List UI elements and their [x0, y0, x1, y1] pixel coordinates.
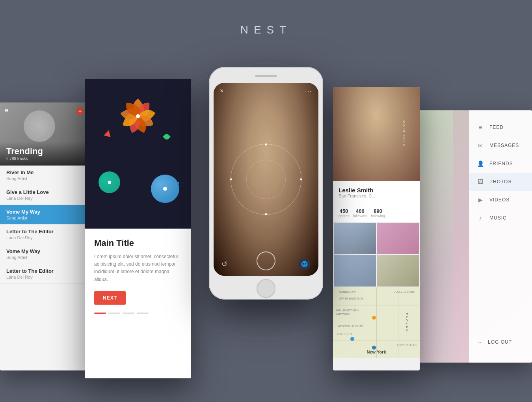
stat-label-photos: photos [339, 214, 349, 218]
music-item-artist: Song Artist [6, 255, 82, 260]
profile-info: Leslie Smith San Francisco, C... [333, 181, 420, 204]
next-button[interactable]: NEXT [94, 291, 126, 305]
stat-label-following: following [371, 214, 385, 218]
profile-face-area: MAIN INFO [333, 87, 420, 181]
music-item-artist: Lana Del Rey [6, 196, 82, 201]
social-background: ≡ FEED ✉ MESSAGES 👤 FRIENDS 🖼 PHOTOS ▶ [418, 110, 532, 363]
list-item-active[interactable]: Vome My Way Song Artist [0, 205, 89, 225]
phone-top-bar: × ··· [214, 83, 318, 99]
slide-indicator [137, 313, 149, 314]
music-item-title: Give a Little Love [6, 189, 82, 195]
list-item[interactable]: Give a Little Love Lana Del Rey [0, 185, 89, 205]
music-list: River in Me Song Artist Give a Little Lo… [0, 166, 89, 284]
profile-location: San Francisco, C... [339, 194, 414, 198]
list-item[interactable]: River in Me Song Artist [0, 166, 89, 185]
face-dot-right [300, 179, 302, 181]
more-icon[interactable]: ··· [305, 88, 312, 94]
profile-stats: 450 photos 406 followers 890 following [333, 204, 420, 222]
friends-icon: 👤 [477, 160, 484, 167]
profile-map: MANHATTAN UPPER EAST SIDE HELLIS KITCHEN… [333, 287, 420, 358]
profile-photo-2 [377, 223, 419, 254]
sidebar-item-videos[interactable]: ▶ VIDEOS [469, 191, 532, 209]
logout-label: LOG OUT [488, 339, 512, 345]
profile-photos-grid [333, 222, 420, 287]
face-dot-bottom [265, 213, 267, 215]
menu-icon[interactable]: ≡ [5, 107, 8, 114]
face-dot-left [230, 179, 232, 181]
phone-home-button[interactable] [257, 279, 275, 298]
map-pin-blue [350, 337, 354, 341]
profile-photo-1 [334, 223, 376, 254]
sidebar-item-feed[interactable]: ≡ FEED [469, 118, 532, 136]
social-menu: ≡ FEED ✉ MESSAGES 👤 FRIENDS 🖼 PHOTOS ▶ [469, 110, 532, 363]
pres-top [85, 79, 191, 229]
map-label-manhattan: MANHATTAN [339, 290, 356, 293]
inner-circle [246, 160, 286, 199]
presentation-screen: Main Title Lorem ipsum dolor sit amet, c… [85, 79, 191, 378]
music-item-artist: Lana Del Rey [6, 235, 82, 240]
pinwheel-decoration [116, 95, 160, 140]
sidebar-item-friends[interactable]: 👤 FRIENDS [469, 154, 532, 173]
globe-icon[interactable]: 🌐 [298, 258, 311, 270]
logout-button[interactable]: → LOG OUT [469, 333, 520, 351]
phone-speaker [255, 75, 277, 77]
music-item-title: Letter to The Editor [6, 229, 82, 234]
stat-num-followers: 406 [353, 208, 367, 214]
capture-button[interactable] [257, 251, 275, 270]
sidebar-item-music[interactable]: ♪ MUSIC [469, 209, 532, 227]
blue-circle-decoration [151, 175, 179, 203]
music-item-artist: Song Artist [6, 216, 82, 220]
photos-label: PHOTOS [489, 179, 512, 184]
refresh-icon[interactable]: ↺ [221, 260, 227, 268]
music-item-title: Vome My Way [6, 209, 82, 215]
stat-photos: 450 photos [339, 208, 349, 218]
pres-bottom: Main Title Lorem ipsum dolor sit amet, c… [85, 229, 191, 378]
music-header: ≡ + Trending 6,789 tracks [0, 102, 89, 166]
photos-icon: 🖼 [477, 178, 484, 185]
face-photo [214, 83, 318, 276]
crescent-decoration [177, 182, 182, 187]
map-label-forest: FOREST HILLS [397, 344, 417, 346]
phone-screen: × ··· ↺ 🌐 [214, 83, 318, 276]
slide-indicators [94, 313, 182, 314]
close-icon[interactable]: × [220, 87, 223, 95]
profile-photo-3 [334, 255, 376, 287]
map-label-east-side: UPPER EAST SIDE [339, 297, 364, 300]
leaf-decoration [163, 133, 171, 141]
center-phone: × ··· ↺ 🌐 [209, 67, 323, 300]
music-item-title: Letter to The Editor [6, 268, 82, 274]
trending-label: Trending [6, 146, 82, 156]
music-item-title: Vome My Way [6, 248, 82, 254]
stat-num-following: 890 [371, 208, 385, 214]
list-item[interactable]: Letter to The Editor Lana Del Rey [0, 225, 89, 244]
map-pin-blue2 [372, 346, 376, 350]
music-header-overlay: Trending 6,789 tracks [0, 141, 89, 166]
svg-point-0 [136, 114, 140, 118]
screens-container: ≡ + Trending 6,789 tracks River in Me So… [0, 55, 532, 402]
map-label-college: COLLEGE POINT [394, 290, 416, 293]
profile-screen: MAIN INFO Leslie Smith San Francisco, C.… [333, 87, 420, 370]
face-dot-top [265, 143, 267, 145]
map-pin-orange [372, 316, 376, 320]
music-label: MUSIC [489, 215, 507, 221]
add-icon[interactable]: + [76, 107, 84, 115]
slide-indicator [94, 313, 106, 314]
messages-label: MESSAGES [489, 143, 519, 148]
list-item[interactable]: Letter to The Editor Lana Del Rey [0, 264, 89, 284]
feed-icon: ≡ [477, 124, 484, 131]
cyan-circle-decoration [99, 171, 120, 193]
trending-sub: 6,789 tracks [6, 156, 82, 161]
pres-body-text: Lorem ipsum dolor sit amet, consectetur … [94, 253, 182, 283]
social-screen: ≡ FEED ✉ MESSAGES 👤 FRIENDS 🖼 PHOTOS ▶ [418, 110, 532, 363]
map-label-jackson: JACKSON HEIGHTS [337, 325, 363, 328]
stat-following: 890 following [371, 208, 385, 218]
list-item[interactable]: Vome My Way Song Artist [0, 244, 89, 264]
music-item-artist: Song Artist [6, 176, 82, 181]
phone-outer: × ··· ↺ 🌐 [209, 67, 323, 300]
sidebar-item-messages[interactable]: ✉ MESSAGES [469, 136, 532, 154]
profile-photo-4 [377, 255, 419, 287]
sidebar-item-photos[interactable]: 🖼 PHOTOS [469, 173, 532, 191]
logout-arrow-icon: → [477, 339, 482, 345]
friends-label: FRIENDS [489, 161, 513, 166]
profile-face-image [333, 87, 420, 181]
